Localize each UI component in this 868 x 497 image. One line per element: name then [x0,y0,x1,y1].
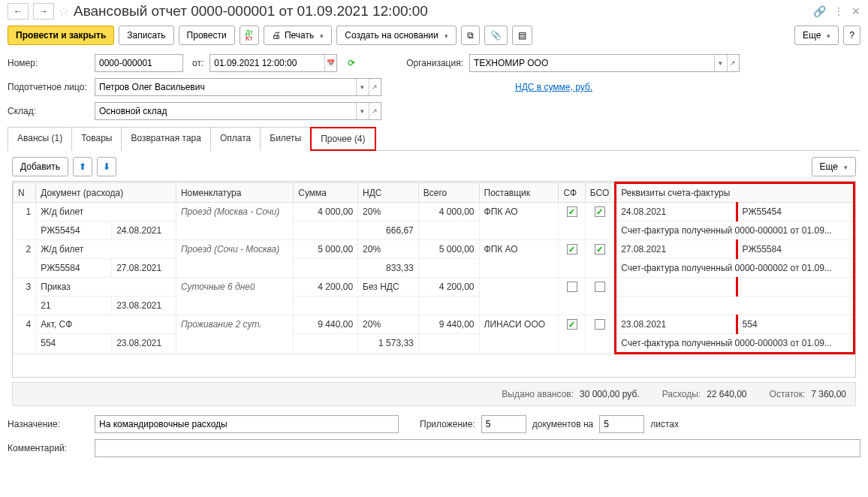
table-row[interactable]: 1 Ж/д билет Проезд (Москва - Сочи) 4 000… [14,203,854,221]
attach-label: Приложение: [420,419,475,429]
calendar-icon[interactable]: 📅 [324,55,336,71]
nav-back[interactable]: ← [8,3,29,20]
link-icon[interactable]: 🔗 [813,5,826,17]
dropdown-icon[interactable]: ▾ [356,79,368,95]
col-n[interactable]: N [14,183,36,203]
balance-value: 7 360,00 [811,389,846,399]
number-label: Номер: [8,58,89,68]
expenses-table[interactable]: N Документ (расхода) Номенклатура Сумма … [13,182,855,354]
checkbox[interactable]: ✓ [595,244,605,255]
dropdown-icon[interactable]: ▾ [714,55,726,71]
tab-other[interactable]: Прочее (4) [310,127,375,151]
comment-label: Комментарий: [8,443,89,453]
attach-sheets-input[interactable] [600,416,643,432]
table-row[interactable]: 3 Приказ Суточные 6 дней 4 200,00 Без НД… [14,278,854,297]
favorite-star-icon[interactable]: ☆ [59,5,69,19]
table-row[interactable]: 2 Ж/д билет Проезд (Сочи - Москва) 5 000… [14,240,854,259]
table-row[interactable]: РЖ5545424.08.2021 666,67 Счет-фактура по… [14,221,854,240]
tab-returns[interactable]: Возвратная тара [121,127,211,151]
save-button[interactable]: Записать [119,26,173,45]
tab-advances[interactable]: Авансы (1) [8,127,72,151]
attach-button[interactable]: 📎 [484,26,508,45]
more-button[interactable]: Еще [794,26,839,45]
org-input[interactable] [470,55,714,71]
menu-dots-icon[interactable]: ⋮ [833,5,844,17]
table-row[interactable]: 4 Акт, СФ Проживание 2 сут. 9 440,00 20%… [14,315,854,334]
add-row-button[interactable]: Добавить [12,157,68,176]
table-row[interactable]: 55423.08.2021 1 573,33 Счет-фактура полу… [14,334,854,354]
create-based-button[interactable]: Создать на основании [336,26,457,45]
post-and-close-button[interactable]: Провести и закрыть [8,26,114,45]
person-input[interactable] [95,79,356,95]
nav-forward[interactable]: → [33,3,54,20]
dropdown-icon[interactable]: ▾ [356,103,368,119]
date-label: от: [192,58,203,68]
attach-docs-input[interactable] [482,416,526,432]
date-input[interactable] [210,55,324,71]
expenses-value: 22 640,00 [707,389,746,399]
col-total[interactable]: Всего [418,183,479,203]
purpose-label: Назначение: [8,419,89,429]
table-row[interactable]: РЖ5558427.08.2021 833,33 Счет-фактура по… [14,259,854,278]
printer-icon: 🖨 [272,30,281,41]
col-invoice[interactable]: Реквизиты счета-фактуры [616,183,854,203]
checkbox[interactable] [567,282,577,292]
open-icon[interactable]: ↗ [369,103,381,119]
open-icon[interactable]: ↗ [727,55,739,71]
advances-label: Выдано авансов: [502,389,574,399]
move-down-button[interactable]: ⬇ [97,157,116,176]
move-up-button[interactable]: ⬆ [73,157,92,176]
checkbox[interactable] [595,282,605,292]
col-doc[interactable]: Документ (расхода) [36,183,176,203]
col-vat[interactable]: НДС [358,183,419,203]
open-icon[interactable]: ↗ [369,79,381,95]
advances-value: 30 000,00 [580,389,619,399]
checkbox[interactable] [595,319,605,330]
expenses-label: Расходы: [662,389,701,399]
tab-goods[interactable]: Товары [71,127,122,151]
close-icon[interactable]: ✕ [851,5,860,17]
dtkt-button[interactable]: ДтКт [240,26,259,45]
tab-tickets[interactable]: Билеты [260,127,311,151]
window-title: Авансовый отчет 0000-000001 от 01.09.202… [74,3,428,20]
comment-input[interactable] [95,440,860,456]
number-input[interactable] [95,55,182,71]
table-row[interactable]: 2123.08.2021 [14,297,854,315]
col-nomen[interactable]: Номенклатура [176,183,293,203]
checkbox[interactable]: ✓ [595,206,605,217]
checkbox[interactable]: ✓ [567,319,577,330]
purpose-input[interactable] [95,416,398,432]
tab-payment[interactable]: Оплата [210,127,261,151]
person-label: Подотчетное лицо: [8,82,89,92]
org-label: Организация: [406,58,463,68]
warehouse-input[interactable] [95,103,356,119]
checkbox[interactable]: ✓ [567,206,577,217]
post-button[interactable]: Провести [179,26,235,45]
warehouse-label: Склад: [8,106,89,116]
copy-button[interactable]: ⧉ [461,26,480,45]
list-button[interactable]: ▤ [512,26,532,45]
help-button[interactable]: ? [843,26,860,45]
vat-link[interactable]: НДС в сумме, руб. [515,82,592,92]
refresh-icon[interactable]: ⟳ [348,58,355,68]
col-sf[interactable]: СФ [559,183,585,203]
col-supplier[interactable]: Поставщик [479,183,559,203]
col-sum[interactable]: Сумма [294,183,358,203]
balance-label: Остаток: [770,389,806,399]
print-button[interactable]: 🖨Печать [264,26,332,45]
table-more-button[interactable]: Еще [812,157,856,176]
col-bso[interactable]: БСО [585,183,615,203]
checkbox[interactable]: ✓ [567,244,577,255]
